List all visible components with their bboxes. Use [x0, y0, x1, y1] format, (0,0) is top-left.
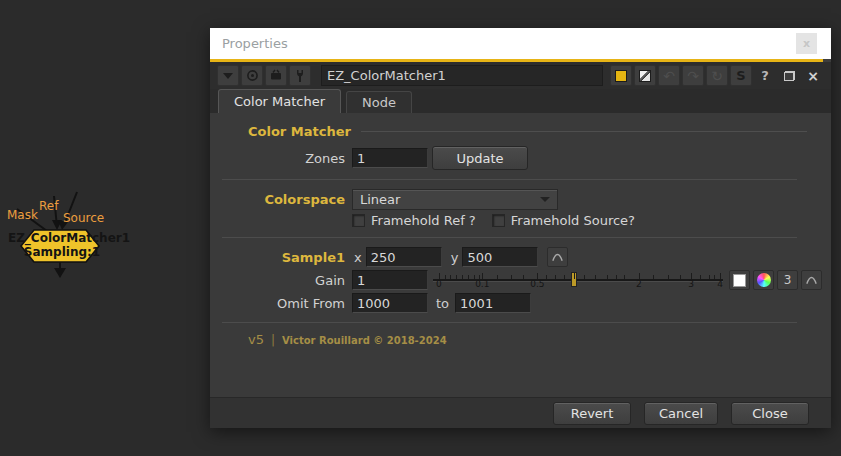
slider-minor-tick [474, 275, 475, 279]
panel-footer: Revert Cancel Close [210, 397, 831, 428]
colorspace-dropdown[interactable]: Linear [352, 189, 558, 210]
center-view-button[interactable] [241, 65, 263, 86]
sample1-label: Sample1 [222, 250, 345, 265]
framehold-source-checkbox[interactable] [492, 214, 505, 227]
gl-color-button[interactable] [634, 65, 656, 86]
sample-y-input[interactable] [462, 247, 538, 267]
panel-title: Properties [222, 36, 796, 51]
revert-button[interactable]: Revert [553, 402, 631, 425]
redo-button[interactable]: ↷ [682, 65, 704, 86]
node-graph-wires [0, 160, 170, 295]
undo-button[interactable]: ↶ [658, 65, 680, 86]
gain-slider[interactable]: 0 0.1 0.5 1 2 3 4 [433, 270, 723, 290]
s-icon: S [736, 68, 745, 83]
toolbar-right-cluster: ↶ ↷ ↻ S ? × [610, 65, 824, 86]
panel-titlebar[interactable]: Properties x [210, 28, 831, 59]
node-subtitle: Sampling:1 [6, 245, 118, 259]
tab-color-matcher[interactable]: Color Matcher [218, 89, 341, 113]
cancel-button[interactable]: Cancel [644, 402, 718, 425]
gain-color-sample-button[interactable] [729, 270, 750, 290]
section-divider [361, 131, 807, 132]
color-matcher-section-header: Color Matcher [222, 124, 809, 139]
slider-minor-tick [680, 275, 681, 279]
expand-button[interactable] [217, 65, 239, 86]
white-swatch-icon [733, 274, 746, 287]
tick-label: 0 [436, 279, 442, 289]
sample-x-input[interactable] [366, 247, 442, 267]
revert-knobs-button[interactable]: ↻ [706, 65, 728, 86]
tab-node[interactable]: Node [346, 91, 412, 113]
slider-minor-tick [511, 275, 512, 279]
slider-major-tick [691, 273, 692, 279]
framehold-ref-checkbox[interactable] [352, 214, 365, 227]
float-panel-button[interactable] [778, 65, 800, 86]
help-button[interactable]: ? [754, 65, 776, 86]
slider-major-tick [639, 273, 640, 279]
accent-line-tail [823, 59, 831, 62]
properties-panel: Properties x ↶ ↷ [210, 28, 831, 428]
x-label: x [354, 250, 362, 265]
version-credit: Victor Rouillard © 2018-2024 [282, 335, 447, 346]
node-title: EZ_ColorMatcher1 [6, 231, 132, 245]
slider-minor-tick [468, 275, 469, 279]
panel-close-button[interactable]: x [796, 33, 817, 54]
divider [222, 322, 797, 323]
slider-minor-tick [445, 275, 446, 279]
output-arrowhead [54, 268, 66, 278]
y-label: y [451, 250, 459, 265]
input-label-ref: Ref [39, 199, 58, 213]
node-color-button[interactable] [610, 65, 632, 86]
sample-animation-button[interactable] [547, 247, 568, 267]
slider-minor-tick [564, 275, 565, 279]
monitor-output-button[interactable] [265, 65, 287, 86]
chevron-down-icon [223, 73, 233, 79]
close-icon: × [807, 68, 819, 84]
slider-minor-tick [616, 275, 617, 279]
slider-minor-tick [462, 275, 463, 279]
gain-row: Gain 0 0.1 0.5 1 2 3 4 3 [222, 270, 809, 290]
float-window-icon [784, 71, 795, 81]
omit-from-label: Omit From [222, 296, 345, 311]
omit-from-input[interactable] [352, 293, 428, 313]
split-swatch-icon [639, 70, 651, 82]
store-preset-button[interactable]: S [730, 65, 752, 86]
slider-minor-tick [653, 275, 654, 279]
slider-major-tick [482, 273, 483, 279]
gain-label: Gain [222, 273, 345, 288]
gain-input[interactable] [352, 270, 428, 290]
target-icon [246, 69, 259, 82]
divider [222, 179, 797, 180]
slider-minor-tick [479, 275, 480, 279]
node-color-swatch-icon [615, 70, 627, 82]
slider-minor-tick [700, 275, 701, 279]
wrench-icon [294, 69, 306, 83]
node-graph: Mask Ref Source EZ_ColorMatcher1 Samplin… [0, 160, 170, 295]
colorspace-row: Colorspace Linear [222, 189, 809, 210]
tick-label: 0.5 [530, 279, 544, 289]
close-button[interactable]: Close [731, 402, 809, 425]
help-icon: ? [761, 68, 769, 83]
tick-label: 4 [717, 279, 723, 289]
settings-button[interactable] [289, 65, 311, 86]
sample1-row: Sample1 x y [222, 247, 809, 267]
node-name-input[interactable] [321, 65, 603, 86]
color-wheel-icon [757, 273, 771, 287]
node-toolbar: ↶ ↷ ↻ S ? × [210, 62, 831, 89]
zones-input[interactable] [352, 148, 428, 168]
monitor-icon [269, 69, 283, 82]
gain-animation-button[interactable] [801, 270, 822, 290]
slider-minor-tick [607, 275, 608, 279]
color-wheel-button[interactable] [753, 270, 774, 290]
channels-button[interactable]: 3 [777, 270, 798, 290]
slider-major-tick [537, 273, 538, 279]
slider-minor-tick [546, 275, 547, 279]
update-button[interactable]: Update [432, 146, 528, 170]
omit-to-input[interactable] [455, 293, 531, 313]
slider-minor-tick [523, 275, 524, 279]
framehold-row: Framehold Ref ? Framehold Source? [222, 213, 809, 228]
slider-minor-tick [450, 275, 451, 279]
close-panel-button[interactable]: × [802, 65, 824, 86]
slider-minor-tick [555, 275, 556, 279]
slider-minor-tick [497, 275, 498, 279]
slider-major-tick [439, 273, 440, 279]
